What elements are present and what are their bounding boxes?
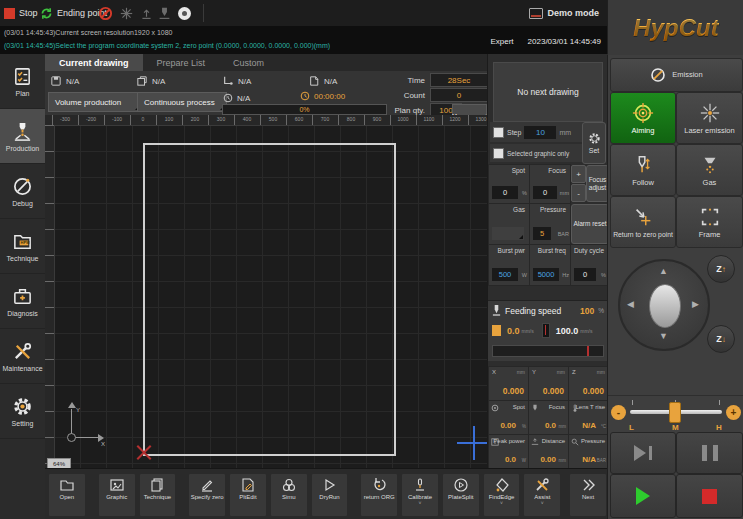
pltedit-button[interactable]: PltEdit [229,473,267,517]
speed-slider-handle[interactable] [669,402,681,423]
laser-button[interactable] [120,0,133,26]
step-label: Step [507,129,521,136]
technique-pages-icon [149,477,165,493]
sidebar-item-debug[interactable]: Debug [0,164,45,219]
jog-up-button[interactable]: ▲ [659,267,668,276]
feeding-speed-panel: Feeding speed 100 % 0.0 mm/s 100.0 mm/s [488,300,608,361]
jog-right-button[interactable]: ▶ [692,300,699,309]
demo-mode-icon [529,8,543,19]
findedge-button[interactable]: FindEdge ˅ [483,473,521,517]
focus-input[interactable]: 0 [533,186,557,199]
gas-toggle-button[interactable] [178,0,191,26]
ending-point-button[interactable]: Ending point [40,0,107,26]
laser-emission-button[interactable]: Laser emission [676,92,743,144]
jog-down-button[interactable]: ▼ [659,332,668,341]
process-mode-select[interactable]: Continuous process [137,92,227,112]
sidebar-item-technique[interactable]: HPM Technique [0,219,45,274]
feeding-speed-bar[interactable] [492,345,604,357]
readout-value: N/A [582,455,596,464]
calibrate-button[interactable]: Calibrate ˅ [401,473,439,517]
follow-button[interactable]: Follow [610,144,676,196]
elapsed-time-field: 00:00:00 [300,91,345,101]
stop-button[interactable] [676,474,743,518]
z-up-button[interactable]: Z ↑ [707,255,735,283]
gas-select[interactable] [492,227,524,240]
sidebar-item-plan[interactable]: Plan [0,54,45,109]
status-log: (03/01 14:45:43)Current screen resolutio… [0,26,607,54]
emission-button[interactable]: Emission [610,58,743,92]
speed-plus-button[interactable]: + [726,405,741,420]
pause-button[interactable] [676,432,743,474]
readout-unit: BAR [597,458,606,463]
assist-button[interactable]: Assist ˅ [523,473,561,517]
frame-button[interactable]: Frame [676,196,743,248]
tab-custom[interactable]: Custom [219,54,278,71]
jog-pad[interactable]: ▲ ▼ ◀ ▶ [618,259,710,351]
gas-button[interactable]: Gas [676,144,743,196]
jog-center-knob[interactable] [649,284,681,328]
focus-adjust-button[interactable]: Focus adjust [586,165,609,202]
production-mode-select[interactable]: Volume production [48,92,142,112]
set-button[interactable]: Set [582,122,606,164]
process-panel: No next drawing Step 10 mm Selected grap… [487,54,608,468]
focus-minus-button[interactable]: - [571,184,586,202]
focus-label: Focus [548,167,566,174]
sidebar-item-diagnosis[interactable]: Diagnosis [0,274,45,329]
technique-button[interactable]: Technique [139,473,177,517]
distance-readout: Distance 0.00 mm [528,434,569,469]
return-zero-button[interactable]: Return to zero point [610,196,676,248]
start-button[interactable] [610,474,676,518]
main-area: Current drawing Prepare List Custom N/A … [45,54,487,468]
production-mode-value: Volume production [55,98,121,107]
single-step-button[interactable] [610,432,676,474]
sidebar-item-setting[interactable]: Setting [0,384,45,439]
machine-stop-button[interactable]: Stop [4,0,38,26]
focus-button[interactable] [140,0,153,26]
burst-pwr-label: Burst pwr [498,247,525,254]
burst-freq-input[interactable]: 5000 [533,268,559,281]
coord-unit: mm [597,369,605,375]
pressure-input[interactable]: 5 [533,227,551,240]
specify-zero-button[interactable]: Specify zero [188,473,226,517]
clock-icon [300,91,310,101]
return-org-button[interactable]: return ORG [360,473,398,517]
simu-button[interactable]: Simu [270,473,308,517]
selected-graphic-checkbox[interactable] [493,148,504,159]
drawing-file-icon [51,76,61,86]
step-checkbox[interactable] [493,127,504,138]
sidebar-item-production[interactable]: Production [0,109,45,164]
step-input[interactable]: 10 [524,126,556,139]
z-down-button[interactable]: Z ↓ [707,325,735,353]
count-stat: Count 0 [389,88,488,102]
tab-current-drawing[interactable]: Current drawing [45,54,143,71]
pltedit-icon [240,477,256,493]
laser-emission-icon [699,102,721,124]
burst-pwr-input[interactable]: 500 [492,268,518,281]
jog-left-button[interactable]: ◀ [627,300,634,309]
graphic-button[interactable]: Graphic [98,473,136,517]
tab-prepare-list[interactable]: Prepare List [143,54,220,71]
next-button[interactable]: Next [569,473,607,517]
sidebar-label: Production [6,145,39,152]
speed-minus-button[interactable]: - [611,405,626,420]
follow-toggle-button[interactable] [158,0,171,26]
alarm-reset-button[interactable]: Alarm reset [571,204,609,244]
speed-slider-row: - + L M H [608,395,743,436]
duty-cycle-input[interactable]: 0 [574,268,596,281]
coord-z-cell: Z mm 0.000 [568,366,609,401]
spot-input[interactable]: 0 [492,186,518,199]
sidebar-label: Diagnosis [7,310,38,317]
aiming-icon [632,102,654,124]
sidebar-item-maintenance[interactable]: Maintenance [0,329,45,384]
demo-mode-indicator[interactable]: Demo mode [529,0,599,26]
drawing-canvas[interactable]: -300-200-1000100200300400500600700800900… [45,115,487,468]
maintenance-icon [12,341,33,362]
demo-mode-label: Demo mode [547,8,599,18]
laser-disable-button[interactable] [98,0,113,26]
feeding-percent-unit: % [598,307,604,314]
focus-plus-button[interactable]: + [571,165,586,183]
open-button[interactable]: Open [48,473,86,517]
aiming-button[interactable]: Aiming [610,92,676,144]
platesplit-button[interactable]: PlateSplit [442,473,480,517]
dryrun-button[interactable]: DryRun [311,473,349,517]
